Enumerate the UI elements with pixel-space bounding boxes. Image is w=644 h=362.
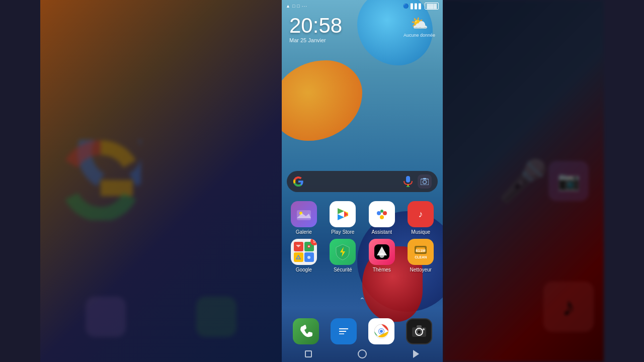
battery-icon: ▓▓▓ (425, 3, 439, 10)
right-mic-icon: 🎤 (498, 157, 548, 205)
playstore-icon (330, 201, 356, 227)
signal-icon: ▋▋▋ (411, 4, 423, 9)
playstore-label: Play Store (331, 229, 354, 235)
app-row-1: Galerie Play Store (284, 201, 440, 235)
recents-icon (305, 350, 312, 357)
svg-point-18 (383, 211, 387, 215)
app-row-2: 5 (284, 239, 440, 273)
chrome-icon (368, 318, 394, 344)
google-search-bar[interactable] (287, 171, 438, 192)
visual-search-icon[interactable] (418, 174, 432, 189)
assistant-label: Assistant (371, 229, 392, 235)
wallpaper-blob-orange (282, 60, 362, 141)
svg-point-28 (307, 256, 310, 259)
dock-chrome[interactable] (366, 318, 396, 344)
dock (282, 318, 443, 344)
weather-status: Aucune donnée (404, 33, 435, 38)
svg-marker-27 (296, 255, 300, 259)
google-logo-icon (293, 176, 304, 187)
svg-point-20 (380, 210, 383, 213)
svg-point-47 (417, 330, 421, 334)
securite-label: Sécurité (334, 267, 352, 273)
messages-icon (331, 318, 357, 344)
google-label: Google (296, 267, 312, 273)
svg-point-32 (379, 253, 384, 258)
back-icon (413, 350, 419, 358)
status-left-icons: ▲ □ □ ··· (286, 4, 307, 9)
left-panel-bg (40, 0, 282, 362)
themes-label: Thèmes (373, 267, 391, 273)
home-icon (358, 349, 367, 358)
galerie-label: Galerie (296, 229, 312, 235)
svg-point-19 (380, 215, 384, 219)
dock-divider: ⌃ (282, 296, 443, 304)
svg-point-17 (377, 211, 381, 215)
nav-back-button[interactable] (410, 348, 422, 360)
google-folder-icon: 5 (291, 239, 317, 265)
app-themes[interactable]: Thèmes (365, 239, 399, 273)
left-blurred-panel (40, 0, 282, 362)
app-galerie[interactable]: Galerie (287, 201, 321, 235)
notification-box1-icon: □ (292, 4, 295, 9)
bluetooth-icon: 🔵 (403, 4, 409, 9)
dock-messages[interactable] (329, 318, 359, 344)
status-bar: ▲ □ □ ··· 🔵 ▋▋▋ ▓▓▓ (282, 0, 443, 12)
nettoyeur-label: Nettoyeur (410, 267, 432, 273)
app-playstore[interactable]: Play Store (326, 201, 360, 235)
google-g-large-left (60, 140, 141, 220)
svg-point-4 (423, 180, 427, 184)
nettoyeur-icon: 811M CLEAN (408, 239, 434, 265)
phone-icon (293, 318, 319, 344)
nav-home-button[interactable] (356, 348, 368, 360)
weather-widget[interactable]: ⛅ Aucune donnée (404, 15, 435, 38)
folder-mini-drive (294, 252, 303, 262)
voice-search-icon[interactable] (403, 176, 414, 187)
app-musique[interactable]: ♪ Musique (404, 201, 438, 235)
svg-point-48 (423, 328, 425, 330)
app-nettoyeur[interactable]: 811M CLEAN Nettoyeur (404, 239, 438, 273)
svg-text:811M: 811M (416, 248, 426, 253)
assistant-icon (369, 201, 395, 227)
musique-label: Musique (411, 229, 430, 235)
left-icon-2 (196, 297, 236, 337)
camera-icon (406, 318, 432, 344)
time-display: 20:58 Mar 25 Janvier (289, 15, 342, 43)
right-blurred-panel: 🎤 📷 ♪ (443, 0, 604, 362)
app-google-folder[interactable]: 5 (287, 239, 321, 273)
status-right-icons: 🔵 ▋▋▋ ▓▓▓ (403, 3, 439, 10)
dock-camera[interactable] (404, 318, 434, 344)
svg-text:♪: ♪ (419, 209, 423, 219)
nav-bar (282, 346, 443, 362)
galerie-icon (291, 201, 317, 227)
notification-box2-icon: □ (297, 4, 299, 9)
svg-point-43 (380, 330, 383, 333)
musique-icon: ♪ (408, 201, 434, 227)
app-grid: Galerie Play Store (282, 201, 443, 277)
app-assistant[interactable]: Assistant (365, 201, 399, 235)
time-weather-section: 20:58 Mar 25 Janvier ⛅ Aucune donnée (282, 15, 443, 43)
clock-time: 20:58 (289, 15, 342, 36)
securite-icon (330, 239, 356, 265)
cleaner-label-inner: CLEAN (415, 255, 427, 259)
svg-rect-45 (417, 325, 422, 328)
svg-rect-5 (423, 178, 426, 179)
phone-screen: ▲ □ □ ··· 🔵 ▋▋▋ ▓▓▓ 20:58 Mar 25 Janvier… (282, 0, 443, 362)
themes-icon (369, 239, 395, 265)
svg-rect-0 (406, 176, 410, 183)
left-icon-1 (86, 297, 126, 337)
swipe-up-chevron: ⌃ (359, 296, 365, 304)
folder-mini-photos (304, 252, 314, 262)
nav-recents-button[interactable] (302, 348, 314, 360)
svg-point-26 (308, 245, 310, 247)
right-camera-icon: 📷 (548, 161, 589, 201)
right-music-icon: ♪ (543, 282, 594, 332)
more-notifications-icon: ··· (302, 4, 307, 9)
left-bottom-icons-row (40, 297, 282, 337)
notification-arrow-icon: ▲ (286, 4, 290, 9)
dock-phone[interactable] (291, 318, 321, 344)
app-securite[interactable]: Sécurité (326, 239, 360, 273)
clock-date: Mar 25 Janvier (289, 37, 342, 43)
folder-mini-gmail (294, 242, 303, 251)
weather-icon: ⛅ (411, 15, 428, 32)
